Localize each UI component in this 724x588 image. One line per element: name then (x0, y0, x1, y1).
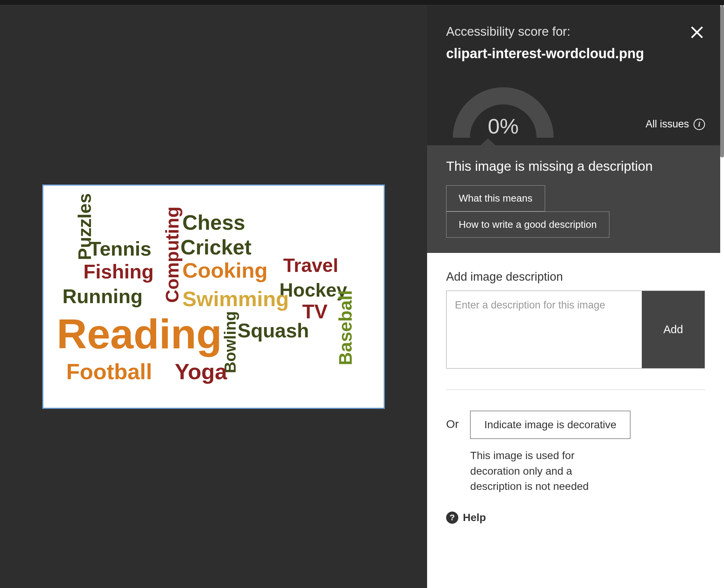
how-to-write-button[interactable]: How to write a good description (446, 211, 609, 238)
close-icon (689, 24, 705, 40)
all-issues-label: All issues (646, 118, 689, 130)
sidebar-header: Accessibility score for: clipart-interes… (427, 5, 724, 69)
wordcloud-word: Baseball (336, 290, 355, 365)
wordcloud-word: Football (66, 361, 152, 383)
wordcloud-word: Reading (57, 313, 222, 355)
help-icon: ? (446, 512, 458, 524)
score-label: Accessibility score for: (446, 24, 705, 39)
decorative-row: Or Indicate image is decorative This ima… (446, 411, 705, 494)
wordcloud-word: Swimming (182, 288, 289, 310)
wordcloud-word: Fishing (83, 262, 154, 281)
wordcloud-word: Squash (238, 321, 309, 340)
wordcloud-word: Cooking (182, 260, 268, 281)
info-icon: i (694, 119, 705, 130)
accessibility-sidebar: Accessibility score for: clipart-interes… (427, 5, 724, 588)
all-issues-link[interactable]: All issues i (646, 118, 705, 141)
wordcloud-word: Cricket (180, 237, 251, 258)
description-input-row: Add (446, 291, 705, 369)
wordcloud-word: Tennis (89, 239, 151, 259)
wordcloud-word: Computing (163, 207, 182, 303)
wordcloud-word: Travel (283, 256, 338, 275)
preview-pane: PuzzlesComputingChessTennisCricketFishin… (0, 5, 427, 588)
wordcloud-word: TV (302, 302, 327, 321)
scrollbar-thumb[interactable] (720, 5, 724, 157)
indicate-decorative-button[interactable]: Indicate image is decorative (470, 411, 630, 439)
gauge-value: 0% (488, 114, 519, 138)
sidebar-scrollbar[interactable] (720, 5, 724, 588)
description-form-section: Add image description Add Or Indicate im… (427, 253, 724, 588)
score-gauge: 0% (446, 81, 560, 141)
gauge-section: 0% All issues i (427, 69, 724, 145)
window-topbar (0, 0, 724, 5)
wordcloud-graphic: PuzzlesComputingChessTennisCricketFishin… (43, 186, 384, 408)
divider (446, 389, 705, 390)
wordcloud-word: Running (62, 286, 143, 306)
add-button[interactable]: Add (642, 291, 705, 368)
close-button[interactable] (689, 24, 705, 42)
issue-title: This image is missing a description (446, 159, 705, 174)
issue-section: This image is missing a description What… (427, 145, 724, 253)
wordcloud-word: Chess (182, 212, 245, 233)
help-link[interactable]: ? Help (446, 512, 705, 524)
wordcloud-word: Yoga (175, 361, 227, 383)
what-this-means-button[interactable]: What this means (446, 185, 545, 211)
image-preview: PuzzlesComputingChessTennisCricketFishin… (42, 184, 385, 409)
filename-label: clipart-interest-wordcloud.png (446, 46, 705, 62)
description-label: Add image description (446, 270, 705, 284)
or-label: Or (446, 411, 459, 431)
decorative-hint: This image is used for decoration only a… (470, 448, 603, 494)
main-layout: PuzzlesComputingChessTennisCricketFishin… (0, 5, 724, 588)
description-input[interactable] (447, 291, 642, 368)
help-label: Help (463, 512, 486, 524)
